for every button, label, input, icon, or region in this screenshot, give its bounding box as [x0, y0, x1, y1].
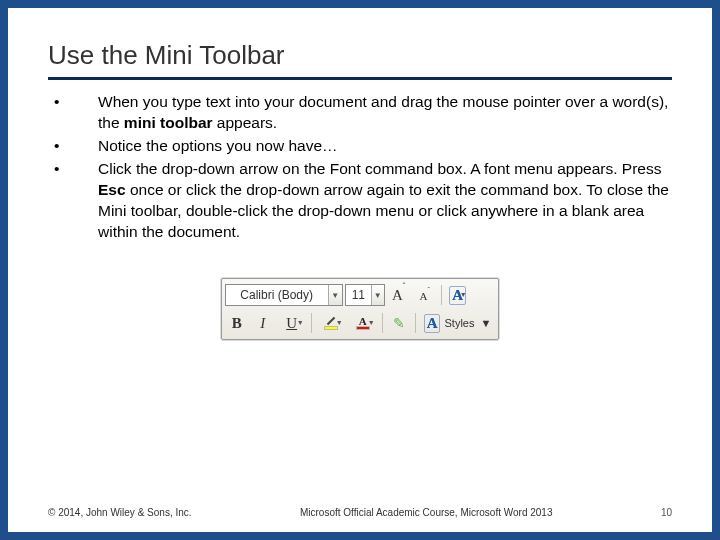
bullet-bold: mini toolbar [124, 114, 217, 131]
bullet-text: Notice the options you now have… [98, 136, 672, 157]
bullet-text: Click the drop-down arrow on the Font co… [98, 159, 672, 243]
styles-icon: A [424, 314, 441, 333]
footer-copyright: © 2014, John Wiley & Sons, Inc. [48, 507, 192, 518]
shrink-font-icon: Aˇ [419, 289, 429, 302]
underline-icon: U [286, 315, 297, 332]
font-combo-value: Calibri (Body) [226, 288, 328, 302]
slide-footer: © 2014, John Wiley & Sons, Inc. Microsof… [48, 507, 672, 518]
bold-icon: B [232, 315, 242, 332]
mini-toolbar-row-2: B I U ▼ ▼ A [225, 310, 496, 336]
separator [382, 313, 383, 333]
chevron-down-icon: ▼ [480, 317, 491, 329]
styles-label: Styles [444, 317, 474, 329]
chevron-down-icon: ▼ [336, 319, 343, 327]
bullet-text-span: Click the drop-down arrow on the Font co… [98, 160, 661, 177]
bullet-marker: • [48, 159, 98, 243]
footer-center: Microsoft Official Academic Course, Micr… [192, 507, 661, 518]
styles-menu-button[interactable]: A Styles ▼ [420, 312, 496, 334]
grow-font-icon: Aˆ [392, 287, 406, 304]
bullet-item: • Click the drop-down arrow on the Font … [48, 159, 672, 243]
separator [311, 313, 312, 333]
bullet-bold: Esc [98, 181, 130, 198]
underline-button[interactable]: U ▼ [277, 312, 307, 334]
mini-toolbar: Calibri (Body) ▼ 11 ▼ Aˆ Aˇ A ▼ [221, 278, 500, 340]
mini-toolbar-figure: Calibri (Body) ▼ 11 ▼ Aˆ Aˇ A ▼ [48, 278, 672, 340]
chevron-down-icon[interactable]: ▼ [371, 285, 384, 305]
font-color-button[interactable]: A ▼ [348, 312, 378, 334]
bullet-marker: • [48, 92, 98, 134]
separator [441, 285, 442, 305]
italic-icon: I [260, 315, 265, 332]
chevron-down-icon[interactable]: ▼ [328, 285, 342, 305]
chevron-down-icon: ▼ [297, 319, 304, 327]
bullet-list: • When you type text into your document … [48, 92, 672, 242]
bullet-item: • When you type text into your document … [48, 92, 672, 134]
mini-toolbar-row-1: Calibri (Body) ▼ 11 ▼ Aˆ Aˇ A ▼ [225, 282, 496, 308]
grow-font-button[interactable]: Aˆ [387, 284, 411, 306]
footer-page-number: 10 [661, 507, 672, 518]
font-size-value: 11 [346, 288, 371, 302]
bullet-text-span: appears. [217, 114, 277, 131]
slide: Use the Mini Toolbar • When you type tex… [8, 8, 712, 532]
title-rule [48, 77, 672, 80]
format-painter-button[interactable]: ✎ [387, 312, 411, 334]
font-combo[interactable]: Calibri (Body) ▼ [225, 284, 343, 306]
bullet-marker: • [48, 136, 98, 157]
separator [415, 313, 416, 333]
bullet-text: When you type text into your document an… [98, 92, 672, 134]
format-painter-icon: ✎ [393, 315, 405, 331]
italic-button[interactable]: I [251, 312, 275, 334]
slide-title: Use the Mini Toolbar [48, 40, 672, 71]
bullet-item: • Notice the options you now have… [48, 136, 672, 157]
chevron-down-icon: ▼ [368, 319, 375, 327]
bullet-text-span: once or click the drop-down arrow again … [98, 181, 669, 240]
chevron-down-icon: ▼ [460, 291, 467, 299]
highlight-button[interactable]: ▼ [316, 312, 346, 334]
styles-button[interactable]: A ▼ [446, 284, 470, 306]
font-size-combo[interactable]: 11 ▼ [345, 284, 385, 306]
bold-button[interactable]: B [225, 312, 249, 334]
bullet-text-span: Notice the options you now have… [98, 137, 338, 154]
shrink-font-button[interactable]: Aˇ [413, 284, 437, 306]
